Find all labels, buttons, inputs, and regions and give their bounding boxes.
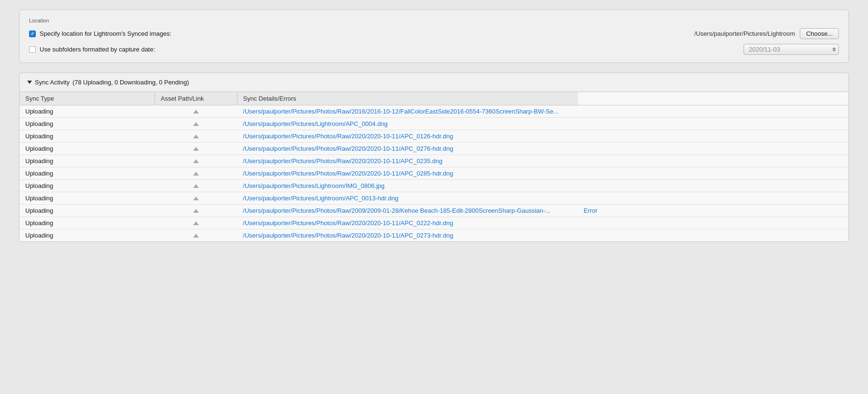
- cell-upload-icon: [155, 118, 238, 130]
- cell-upload-icon: [155, 167, 238, 180]
- cell-path[interactable]: /Users/paulporter/Pictures/Photos/Raw/20…: [237, 229, 578, 242]
- cell-path[interactable]: /Users/paulporter/Pictures/Lightroom/IMG…: [237, 180, 578, 192]
- upload-arrow-icon: [193, 135, 199, 138]
- cell-type: Uploading: [20, 180, 155, 192]
- cell-type: Uploading: [20, 217, 155, 229]
- cell-type: Uploading: [20, 229, 155, 242]
- cell-path[interactable]: /Users/paulporter/Pictures/Photos/Raw/20…: [237, 143, 578, 155]
- cell-details: [578, 180, 848, 192]
- col-header-type: Sync Type: [20, 92, 155, 105]
- cell-upload-icon: [155, 192, 238, 205]
- cell-type: Uploading: [20, 118, 155, 130]
- subfolders-checkbox-wrapper: Use subfolders formatted by capture date…: [29, 46, 744, 53]
- upload-arrow-icon: [193, 184, 199, 188]
- table-row: Uploading/Users/paulporter/Pictures/Phot…: [20, 217, 848, 229]
- cell-details: [578, 130, 848, 143]
- cell-details: [578, 143, 848, 155]
- subfolders-row: Use subfolders formatted by capture date…: [29, 44, 839, 55]
- cell-details: [578, 217, 848, 229]
- cell-type: Uploading: [20, 105, 155, 118]
- subfolders-label: Use subfolders formatted by capture date…: [40, 46, 155, 53]
- table-row: Uploading/Users/paulporter/Pictures/Phot…: [20, 205, 848, 217]
- cell-details: [578, 167, 848, 180]
- upload-arrow-icon: [193, 197, 199, 200]
- cell-upload-icon: [155, 229, 238, 242]
- table-header-row: Sync Type Asset Path/Link Sync Details/E…: [20, 92, 848, 105]
- sync-table: Sync Type Asset Path/Link Sync Details/E…: [20, 92, 848, 241]
- synced-checkbox-wrapper: Specify location for Lightroom's Synced …: [29, 30, 694, 37]
- synced-path-text: /Users/paulporter/Pictures/Lightroom: [694, 30, 796, 37]
- cell-type: Uploading: [20, 155, 155, 167]
- cell-path[interactable]: /Users/paulporter/Pictures/Lightroom/APC…: [237, 192, 578, 205]
- table-row: Uploading/Users/paulporter/Pictures/Phot…: [20, 167, 848, 180]
- table-row: Uploading/Users/paulporter/Pictures/Phot…: [20, 130, 848, 143]
- upload-arrow-icon: [193, 221, 199, 225]
- cell-upload-icon: [155, 155, 238, 167]
- upload-arrow-icon: [193, 110, 199, 114]
- table-row: Uploading/Users/paulporter/Pictures/Ligh…: [20, 192, 848, 205]
- cell-details: [578, 229, 848, 242]
- cell-details: Error: [578, 205, 848, 217]
- cell-type: Uploading: [20, 130, 155, 143]
- date-select[interactable]: 2020/11-03: [744, 44, 839, 55]
- table-row: Uploading/Users/paulporter/Pictures/Ligh…: [20, 118, 848, 130]
- cell-path[interactable]: /Users/paulporter/Pictures/Lightroom/APC…: [237, 118, 578, 130]
- upload-arrow-icon: [193, 209, 199, 213]
- cell-upload-icon: [155, 130, 238, 143]
- location-section: Location Specify location for Lightroom'…: [19, 10, 849, 63]
- cell-details: [578, 118, 848, 130]
- cell-upload-icon: [155, 180, 238, 192]
- sync-activity-section: Sync Activity (78 Uploading, 0 Downloadi…: [19, 73, 849, 242]
- upload-arrow-icon: [193, 147, 199, 151]
- sync-activity-stats: (78 Uploading, 0 Downloading, 0 Pending): [72, 79, 189, 86]
- col-header-path: Asset Path/Link: [155, 92, 238, 105]
- cell-upload-icon: [155, 205, 238, 217]
- cell-path[interactable]: /Users/paulporter/Pictures/Photos/Raw/20…: [237, 205, 578, 217]
- synced-images-row: Specify location for Lightroom's Synced …: [29, 28, 839, 39]
- subfolders-checkbox[interactable]: [29, 46, 36, 53]
- upload-arrow-icon: [193, 159, 199, 163]
- upload-arrow-icon: [193, 172, 199, 176]
- cell-upload-icon: [155, 105, 238, 118]
- synced-images-checkbox[interactable]: [29, 31, 36, 37]
- table-row: Uploading/Users/paulporter/Pictures/Phot…: [20, 229, 848, 242]
- cell-path[interactable]: /Users/paulporter/Pictures/Photos/Raw/20…: [237, 155, 578, 167]
- synced-path-right: /Users/paulporter/Pictures/Lightroom Cho…: [694, 28, 839, 39]
- col-header-details: Sync Details/Errors: [237, 92, 578, 105]
- synced-images-label: Specify location for Lightroom's Synced …: [40, 30, 171, 37]
- choose-button[interactable]: Choose...: [800, 28, 839, 39]
- cell-type: Uploading: [20, 143, 155, 155]
- cell-path[interactable]: /Users/paulporter/Pictures/Photos/Raw/20…: [237, 167, 578, 180]
- table-row: Uploading/Users/paulporter/Pictures/Phot…: [20, 143, 848, 155]
- date-select-wrapper: 2020/11-03: [744, 44, 839, 55]
- table-row: Uploading/Users/paulporter/Pictures/Ligh…: [20, 180, 848, 192]
- cell-details: [578, 155, 848, 167]
- cell-details: [578, 105, 848, 118]
- cell-upload-icon: [155, 217, 238, 229]
- collapse-triangle-icon: [27, 81, 32, 84]
- sync-table-wrapper[interactable]: Sync Type Asset Path/Link Sync Details/E…: [20, 92, 848, 241]
- cell-path[interactable]: /Users/paulporter/Pictures/Photos/Raw/20…: [237, 130, 578, 143]
- table-row: Uploading/Users/paulporter/Pictures/Phot…: [20, 105, 848, 118]
- cell-type: Uploading: [20, 205, 155, 217]
- sync-activity-header[interactable]: Sync Activity (78 Uploading, 0 Downloadi…: [20, 73, 848, 92]
- cell-type: Uploading: [20, 167, 155, 180]
- location-label: Location: [29, 18, 839, 23]
- upload-arrow-icon: [193, 234, 199, 238]
- upload-arrow-icon: [193, 122, 199, 126]
- date-select-right: 2020/11-03: [744, 44, 839, 55]
- cell-type: Uploading: [20, 192, 155, 205]
- cell-path[interactable]: /Users/paulporter/Pictures/Photos/Raw/20…: [237, 217, 578, 229]
- cell-path[interactable]: /Users/paulporter/Pictures/Photos/Raw/20…: [237, 105, 578, 118]
- cell-details: [578, 192, 848, 205]
- sync-activity-title: Sync Activity: [35, 79, 70, 86]
- table-row: Uploading/Users/paulporter/Pictures/Phot…: [20, 155, 848, 167]
- cell-upload-icon: [155, 143, 238, 155]
